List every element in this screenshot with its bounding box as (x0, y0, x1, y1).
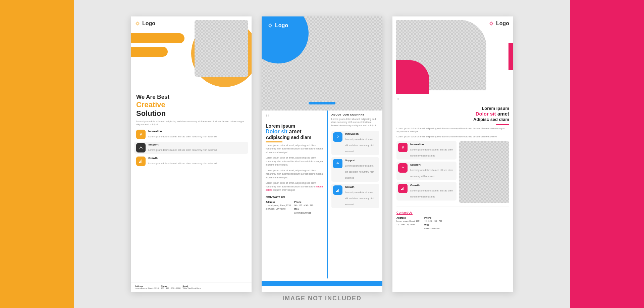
flyer3-web-label: Web (424, 224, 429, 226)
svg-rect-20 (402, 148, 404, 148)
flyer2-link[interactable]: magna dolore (266, 185, 323, 191)
main-wrapper: Logo We Are Best Creative Solution Lorem… (0, 6, 644, 302)
flyer1-feature-desc-innovation: Lorem ipsum dolor sit amet, elit sed dia… (148, 135, 217, 138)
flyer2-logo-area: Logo (268, 23, 288, 29)
flyer2-web-label: Web (294, 208, 299, 210)
flyer2-tagline-lorem: Lorem ipsum (266, 123, 323, 129)
flyer2-text-para1: Lorem ipsum dolor sit amet, adipiscing s… (266, 144, 323, 155)
flyer2-about-title: ABOUT OUR COMPANY (331, 113, 379, 116)
flyer1-yellow-bar (131, 33, 184, 43)
flyer3-quote: " (396, 97, 509, 105)
flyer1-logo-area: Logo (135, 20, 155, 27)
svg-point-19 (402, 146, 404, 148)
flyer-yellow: Logo We Are Best Creative Solution Lorem… (131, 16, 252, 292)
flyer1-image-placeholder (195, 20, 248, 77)
flyer1-creative: Creative (136, 100, 246, 109)
svg-rect-8 (142, 160, 142, 163)
handshake-icon (139, 146, 143, 150)
flyer2-text-support: Support Lorem ipsum dolor sit amet, elit… (345, 159, 377, 180)
svg-rect-4 (141, 136, 141, 136)
svg-rect-7 (141, 161, 141, 163)
flyer1-solution: Solution (136, 109, 246, 118)
flyer1-footer-address: Address Lorem Ipsum, Street, 1234 (135, 285, 159, 289)
bottom-image-label: IMAGE NOT INCLUDED (282, 295, 362, 302)
flyer3-icon-innovation (398, 143, 408, 152)
flyer3-logo-icon (489, 21, 494, 26)
flyer2-right-col: ABOUT OUR COMPANY Lorem ipsum dolor sit … (327, 111, 382, 278)
svg-rect-24 (404, 187, 404, 190)
flyer3-contact-title: Contact Us (396, 211, 413, 215)
flyer2-feature-desc-support: Lorem ipsum dolor sit amet, elit sed dia… (345, 165, 374, 179)
flyer2-feature-title-innovation: Innovation (345, 132, 377, 135)
flyer3-pink-bar (508, 43, 513, 70)
flyer3-address-label: Address (396, 217, 406, 219)
flyer2-phone-value: 00 - 123 - 456 - 789 (294, 204, 313, 207)
flyer3-adipiscing: Adipisc sed diam (396, 117, 509, 122)
logo-diamond-icon (135, 21, 140, 26)
flyer3-text-support: Support Lorem ipsum dolor sit amet, elit… (410, 163, 455, 178)
flyer2-feature-desc-growth: Lorem ipsum dolor sit amet, elit sed dia… (345, 191, 374, 206)
flyer3-contact-phone: Phone 40 - 123 - 456 - 789 Web Lorem/ips… (424, 216, 442, 230)
flyer1-body: We Are Best Creative Solution Lorem ipsu… (131, 90, 252, 166)
flyer1-icon-support (136, 143, 146, 152)
flyer3-body: " Lorem ipsum Dolor sit amet Adipisc sed… (392, 94, 513, 234)
flyer1-footer: Address Lorem Ipsum, Street, 1234 Phone … (131, 282, 252, 292)
flyer1-feature-support: Support Lorem ipsum dolor sit amet, elit… (134, 142, 248, 154)
flyer2-web-value: Lorem/ipsum/web (294, 212, 311, 214)
flyer3-icon-support (398, 163, 408, 173)
flyer3-dolor-sit: Dolor sit (476, 111, 496, 117)
flyer2-contact-details: Address Lorem Ipsum, Street,1234 Zip Cod… (266, 200, 323, 215)
flyer1-feature-desc-support: Lorem ipsum dolor sit amet, elit sed dia… (148, 149, 217, 151)
flyer1-feature-title-innovation: Innovation (148, 130, 217, 133)
flyer3-contact-row: Address Lorem Ipsum, Street, 1234 Zip Co… (396, 216, 509, 230)
flyer1-text-support: Support Lorem ipsum dolor sit amet, elit… (148, 143, 217, 152)
flyer2-logo-text: Logo (275, 23, 288, 29)
flyer3-feature-title-growth: Growth (410, 184, 455, 187)
flyer1-phone-value: 000 - 123 - 456 - 7890 (161, 287, 180, 289)
flyer2-left-col: " Lorem ipsum Dolor sit amet Adipiscing … (262, 111, 327, 278)
flyer2-feature-title-growth: Growth (345, 185, 377, 188)
flyer1-address-value: Lorem Ipsum, Street, 1234 (135, 287, 159, 289)
flyer1-icon-growth (136, 157, 146, 166)
chart-icon-pink (401, 186, 405, 190)
flyer3-contact-footer: Contact Us Address Lorem Ipsum, Street, … (396, 207, 509, 230)
flyer2-icon-innovation (333, 132, 342, 142)
flyer1-feature-title-growth: Growth (148, 157, 217, 160)
lightbulb-icon (139, 132, 143, 136)
flyer2-underline (266, 141, 282, 142)
flyer2-text-growth: Growth Lorem ipsum dolor sit amet, elit … (345, 185, 377, 207)
flyer1-feature-innovation: Innovation Lorem ipsum dolor sit amet, e… (136, 130, 246, 139)
flyer2-tagline-amet: amet (289, 129, 301, 134)
flyer2-blue-bar-decoration (309, 102, 335, 104)
handshake-icon-pink (401, 166, 405, 170)
flyer2-footer-bar (262, 281, 382, 286)
flyer2-phone-label: Phone (294, 201, 301, 203)
svg-rect-3 (141, 135, 142, 135)
svg-rect-14 (336, 191, 337, 192)
flyer1-footer-email: Email WriteYourEmailHere (182, 285, 201, 289)
flyer3-feature-title-support: Support (410, 163, 455, 166)
flyer3-text-blocks: Lorem ipsum dolor sit amet, adipiscing s… (396, 127, 509, 138)
flyer2-tagline-dolor-amet: Dolor sit amet (266, 129, 323, 135)
flyer3-text-para1: Lorem ipsum dolor sit amet, adipiscing s… (396, 127, 509, 134)
flyer3-logo-text: Logo (496, 20, 509, 27)
lightbulb-icon-blue (336, 135, 340, 139)
flyer3-feature-support: Support Lorem ipsum dolor sit amet, elit… (396, 162, 457, 180)
flyer1-desc: Lorem ipsum dolor sit amet, adipiscing s… (136, 120, 246, 127)
flyer3-red-line (496, 124, 509, 125)
flyer3-contact-address: Address Lorem Ipsum, Street, 1234 Zip Co… (396, 216, 420, 230)
flyer2-top: Logo (262, 16, 382, 111)
flyer2-logo-icon (268, 23, 273, 28)
flyer3-text-para2: Lorem ipsum dolor sit amet, adipiscing s… (396, 135, 509, 138)
flyer3-feature-desc-innovation: Lorem ipsum dolor sit amet, elit sed dia… (410, 148, 453, 157)
flyer1-icon-innovation (136, 130, 146, 139)
svg-rect-12 (337, 138, 338, 138)
flyer1-text-innovation: Innovation Lorem ipsum dolor sit amet, e… (148, 130, 217, 139)
flyer3-phone-value: 40 - 123 - 456 - 789 (424, 220, 442, 222)
flyer3-tagline-dolor-amet: Dolor sit amet (396, 111, 509, 117)
flyer2-feature-growth: Growth Lorem ipsum dolor sit amet, elit … (331, 184, 379, 208)
flyer3-feature-growth: Growth Lorem ipsum dolor sit amet, elit … (396, 182, 457, 201)
flyer1-feature-title-support: Support (148, 143, 217, 146)
flyer3-top: Logo (392, 16, 513, 94)
flyer2-text-para3: Lorem ipsum dolor sit amet, adipiscing s… (266, 169, 323, 180)
